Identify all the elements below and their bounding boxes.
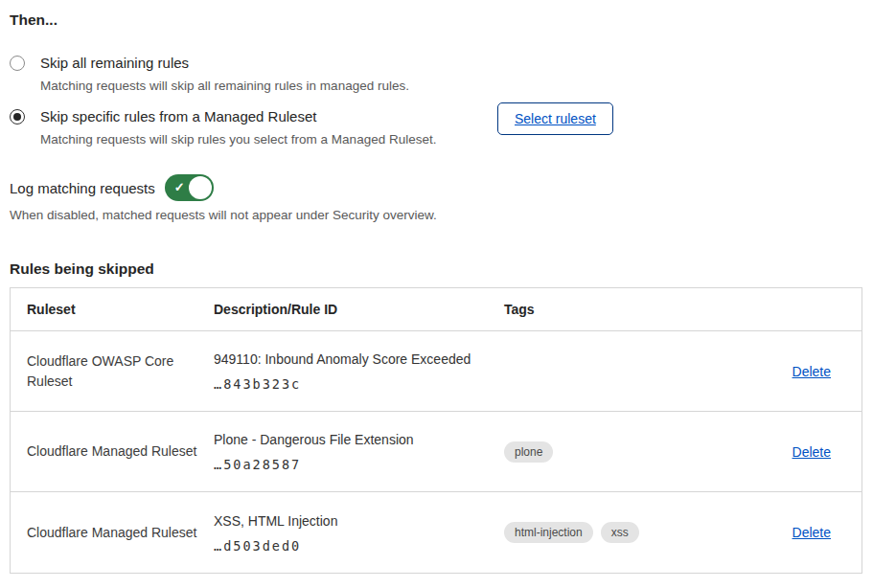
- option-description: Matching requests will skip all remainin…: [40, 78, 409, 94]
- rule-description-cell: XSS, HTML Injection…d503ded0: [214, 512, 504, 554]
- rule-id: …50a28587: [214, 457, 489, 472]
- toggle-knob: [189, 176, 212, 199]
- page: Then... Skip all remaining rules Matchin…: [0, 0, 873, 574]
- table-row: Cloudflare OWASP Core Ruleset949110: Inb…: [11, 331, 862, 412]
- then-heading: Then...: [10, 11, 863, 29]
- option-text: Skip specific rules from a Managed Rules…: [40, 107, 436, 147]
- rule-description-cell: Plone - Dangerous File Extension…50a2858…: [214, 431, 504, 472]
- rule-id: …843b323c: [214, 376, 489, 392]
- column-header-tags: Tags: [504, 302, 756, 317]
- select-ruleset-button[interactable]: Select ruleset: [497, 102, 613, 135]
- tag-pill: xss: [601, 522, 639, 543]
- table-header: Ruleset Description/Rule ID Tags: [11, 288, 862, 331]
- radio-option-skip-specific[interactable]: Skip specific rules from a Managed Rules…: [10, 107, 863, 147]
- table-row: Cloudflare Managed RulesetPlone - Danger…: [11, 412, 862, 492]
- rule-description: XSS, HTML Injection: [214, 512, 489, 530]
- log-toggle[interactable]: ✓: [165, 174, 214, 201]
- rule-description: Plone - Dangerous File Extension: [214, 431, 489, 448]
- actions-cell: Delete: [756, 444, 862, 460]
- table-body: Cloudflare OWASP Core Ruleset949110: Inb…: [11, 331, 862, 573]
- ruleset-name: Cloudflare OWASP Core Ruleset: [11, 351, 214, 392]
- delete-link[interactable]: Delete: [793, 364, 831, 379]
- actions-cell: Delete: [756, 364, 862, 379]
- column-header-ruleset: Ruleset: [11, 300, 214, 320]
- rule-tags: plone: [504, 441, 756, 463]
- radio-button-icon[interactable]: [10, 109, 25, 124]
- radio-option-skip-all[interactable]: Skip all remaining rules Matching reques…: [10, 54, 863, 94]
- rules-table: Ruleset Description/Rule ID Tags Cloudfl…: [10, 287, 862, 574]
- option-description: Matching requests will skip rules you se…: [40, 131, 436, 147]
- log-matching-row: Log matching requests ✓: [10, 174, 863, 201]
- rule-id: …d503ded0: [214, 538, 489, 554]
- actions-cell: Delete: [756, 525, 862, 540]
- log-description: When disabled, matched requests will not…: [10, 208, 863, 222]
- column-header-description: Description/Rule ID: [214, 302, 504, 317]
- ruleset-name: Cloudflare Managed Ruleset: [11, 523, 214, 543]
- option-label: Skip all remaining rules: [40, 54, 409, 73]
- radio-button-icon[interactable]: [10, 56, 25, 71]
- tag-pill: html-injection: [504, 522, 593, 543]
- option-label: Skip specific rules from a Managed Rules…: [40, 107, 436, 126]
- option-text: Skip all remaining rules Matching reques…: [40, 54, 409, 94]
- table-row: Cloudflare Managed RulesetXSS, HTML Inje…: [11, 492, 862, 573]
- rule-tags: html-injectionxss: [504, 522, 756, 543]
- tag-pill: plone: [504, 441, 553, 463]
- delete-link[interactable]: Delete: [793, 444, 831, 460]
- check-icon: ✓: [174, 181, 185, 193]
- delete-link[interactable]: Delete: [793, 525, 831, 540]
- log-matching-label: Log matching requests: [10, 180, 155, 196]
- rules-skipped-heading: Rules being skipped: [10, 260, 863, 278]
- rule-description: 949110: Inbound Anomaly Score Exceeded: [214, 351, 489, 368]
- ruleset-name: Cloudflare Managed Ruleset: [11, 441, 214, 462]
- rule-description-cell: 949110: Inbound Anomaly Score Exceeded…8…: [214, 351, 504, 392]
